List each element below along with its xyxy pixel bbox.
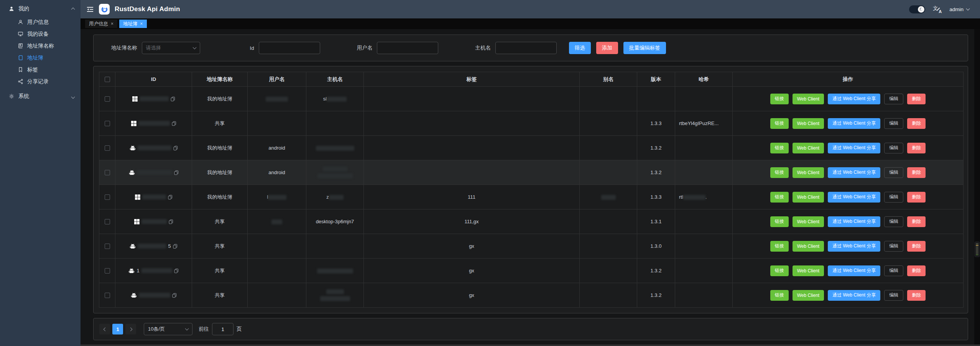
sidebar-item-addressbook-names[interactable]: 地址簿名称 [0,40,81,52]
row-checkbox[interactable] [105,145,110,151]
row-checkbox[interactable] [105,121,110,126]
id-input[interactable] [259,42,320,54]
close-icon[interactable]: × [140,21,143,26]
edit-button[interactable]: 编辑 [884,118,903,129]
web-client-button[interactable]: Web Client [793,241,824,252]
copy-icon[interactable] [174,170,179,175]
main-content: 地址簿名称 请选择 Id 用户名 主机名 筛选 添加 批量编辑标签 [81,29,980,346]
web-client-button[interactable]: Web Client [793,290,824,301]
link-button[interactable]: 链接 [770,290,789,301]
row-checkbox[interactable] [105,219,110,224]
cell-version: 1.3.2 [637,160,675,185]
delete-button[interactable]: 删除 [907,265,926,276]
edit-button[interactable]: 编辑 [884,216,903,227]
theme-toggle[interactable]: ☾ [909,5,925,13]
sidebar-item-system[interactable]: 系统 [0,89,81,104]
share-via-web-client-button[interactable]: 通过 Web Client 分享 [828,241,880,252]
sidebar: 我的 用户信息 我的设备 地址簿名称 地址簿 标签 [0,0,81,346]
delete-button[interactable]: 删除 [907,241,926,252]
page-1-button[interactable]: 1 [112,324,123,334]
link-button[interactable]: 链接 [770,216,789,227]
delete-button[interactable]: 删除 [907,290,926,301]
share-via-web-client-button[interactable]: 通过 Web Client 分享 [828,167,880,178]
sidebar-item-my-devices[interactable]: 我的设备 [0,28,81,40]
batch-edit-tags-button[interactable]: 批量编辑标签 [623,42,666,54]
web-client-button[interactable]: Web Client [793,118,824,129]
row-checkbox[interactable] [105,170,110,175]
copy-icon[interactable] [168,195,173,199]
link-button[interactable]: 链接 [770,265,789,276]
link-button[interactable]: 链接 [770,118,789,129]
tab-user-info[interactable]: 用户信息 × [85,20,117,28]
link-button[interactable]: 链接 [770,192,789,203]
copy-icon[interactable] [173,146,178,150]
scrollbar-track[interactable] [974,29,980,346]
cell-version: 1.3.0 [637,234,675,259]
sidebar-item-share-records[interactable]: 分享记录 [0,76,81,87]
web-client-button[interactable]: Web Client [793,265,824,276]
select-all-checkbox[interactable] [105,77,110,82]
sidebar-item-user-info[interactable]: 用户信息 [0,16,81,28]
copy-icon[interactable] [169,219,173,224]
prev-page-button[interactable] [99,324,110,334]
tab-addressbook[interactable]: 地址簿 × [119,20,147,28]
share-via-web-client-button[interactable]: 通过 Web Client 分享 [828,118,880,129]
copy-icon[interactable] [174,269,179,273]
row-checkbox[interactable] [105,268,110,274]
hostname-input[interactable] [495,42,557,54]
share-via-web-client-button[interactable]: 通过 Web Client 分享 [828,265,880,276]
goto-page-input[interactable] [212,323,233,335]
row-checkbox[interactable] [105,293,110,298]
sidebar-item-addressbook[interactable]: 地址簿 [0,52,81,64]
edit-button[interactable]: 编辑 [884,290,903,301]
row-checkbox[interactable] [105,244,110,249]
web-client-button[interactable]: Web Client [793,167,824,178]
share-via-web-client-button[interactable]: 通过 Web Client 分享 [828,192,880,203]
edit-button[interactable]: 编辑 [884,265,903,276]
copy-icon[interactable] [172,121,176,126]
edit-button[interactable]: 编辑 [884,167,903,178]
link-button[interactable]: 链接 [770,143,789,153]
sidebar-item-tags[interactable]: 标签 [0,64,81,76]
username-input[interactable] [377,42,438,54]
page-size-select[interactable]: 10条/页 [144,323,192,335]
link-button[interactable]: 链接 [770,241,789,252]
edit-button[interactable]: 编辑 [884,143,903,153]
share-via-web-client-button[interactable]: 通过 Web Client 分享 [828,290,880,301]
row-checkbox[interactable] [105,96,110,102]
share-via-web-client-button[interactable]: 通过 Web Client 分享 [828,143,880,153]
web-client-button[interactable]: Web Client [793,216,824,227]
language-icon[interactable]: 文A [933,5,942,13]
edit-button[interactable]: 编辑 [884,241,903,252]
filter-button[interactable]: 筛选 [569,42,591,54]
close-icon[interactable]: × [111,21,113,26]
windows-icon [131,121,136,126]
web-client-button[interactable]: Web Client [793,143,824,153]
delete-button[interactable]: 删除 [907,167,926,178]
link-button[interactable]: 链接 [770,94,789,104]
addressbook-name-select[interactable]: 请选择 [142,42,200,54]
link-button[interactable]: 链接 [770,167,789,178]
web-client-button[interactable]: Web Client [793,94,824,104]
menu-fold-icon[interactable] [87,7,94,12]
copy-icon[interactable] [172,293,177,298]
copy-icon[interactable] [173,244,178,249]
web-client-button[interactable]: Web Client [793,192,824,203]
edit-button[interactable]: 编辑 [884,94,903,104]
row-checkbox[interactable] [105,194,110,200]
delete-button[interactable]: 删除 [907,192,926,203]
user-menu[interactable]: admin [949,7,969,12]
sidebar-item-mine[interactable]: 我的 [0,2,81,16]
copy-icon[interactable] [171,97,175,101]
delete-button[interactable]: 删除 [907,143,926,153]
share-via-web-client-button[interactable]: 通过 Web Client 分享 [828,216,880,227]
horizontal-scrollbar[interactable] [81,344,980,346]
delete-button[interactable]: 删除 [907,118,926,129]
add-button[interactable]: 添加 [596,42,618,54]
next-page-button[interactable] [125,324,136,334]
delete-button[interactable]: 删除 [907,94,926,104]
col-header-tags: 标签 [364,72,580,87]
delete-button[interactable]: 删除 [907,216,926,227]
edit-button[interactable]: 编辑 [884,192,903,203]
share-via-web-client-button[interactable]: 通过 Web Client 分享 [828,94,880,104]
